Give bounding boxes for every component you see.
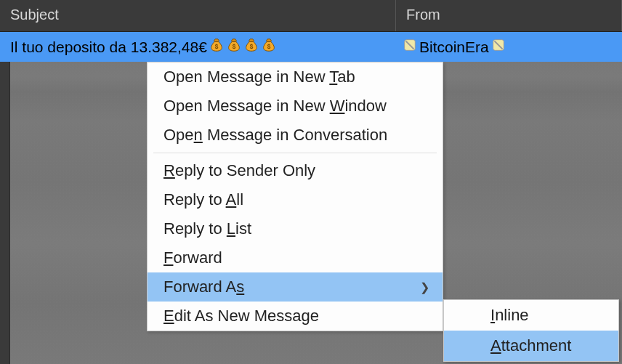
message-from-text: BitcoinEra	[419, 39, 489, 56]
money-bag-icon: $	[243, 37, 259, 57]
context-menu: Open Message in New Tab Open Message in …	[147, 62, 443, 331]
junk-icon	[402, 37, 418, 57]
money-bag-icon: $	[209, 37, 225, 57]
svg-text:$: $	[233, 44, 236, 50]
message-subject-text: Il tuo deposito da 13.382,48€	[10, 39, 207, 56]
svg-text:$: $	[267, 44, 271, 50]
submenu-attachment[interactable]: Attachment	[444, 331, 618, 361]
menu-open-new-tab[interactable]: Open Message in New Tab	[148, 62, 443, 92]
menu-forward[interactable]: Forward	[148, 243, 443, 272]
menu-open-conversation[interactable]: Open Message in Conversation	[148, 121, 443, 150]
menu-open-new-window[interactable]: Open Message in New Window	[148, 92, 443, 121]
message-from-cell: BitcoinEra	[396, 37, 622, 57]
junk-icon	[490, 37, 506, 57]
menu-separator	[153, 153, 437, 153]
svg-text:$: $	[215, 44, 219, 50]
scrollbar-vertical[interactable]	[0, 62, 10, 364]
submenu-inline[interactable]: Inline	[444, 300, 618, 331]
money-bag-icon: $	[261, 37, 277, 57]
message-subject-cell: Il tuo deposito da 13.382,48€ $ $ $ $	[0, 37, 396, 57]
menu-edit-as-new[interactable]: Edit As New Message	[148, 302, 443, 331]
column-header-bar: Subject From	[0, 0, 622, 32]
message-row-selected[interactable]: Il tuo deposito da 13.382,48€ $ $ $ $ Bi…	[0, 32, 622, 62]
svg-text:$: $	[250, 44, 254, 50]
menu-reply-list[interactable]: Reply to List	[148, 214, 443, 243]
submenu-forward-as: Inline Attachment	[443, 299, 619, 362]
chevron-right-icon: ❯	[420, 280, 429, 294]
menu-reply-all[interactable]: Reply to All	[148, 185, 443, 214]
column-header-subject[interactable]: Subject	[0, 0, 396, 31]
menu-forward-as[interactable]: Forward As ❯	[148, 272, 443, 302]
column-header-from[interactable]: From	[396, 0, 622, 31]
money-bag-icon: $	[226, 37, 242, 57]
menu-reply-sender[interactable]: Reply to Sender Only	[148, 156, 443, 185]
